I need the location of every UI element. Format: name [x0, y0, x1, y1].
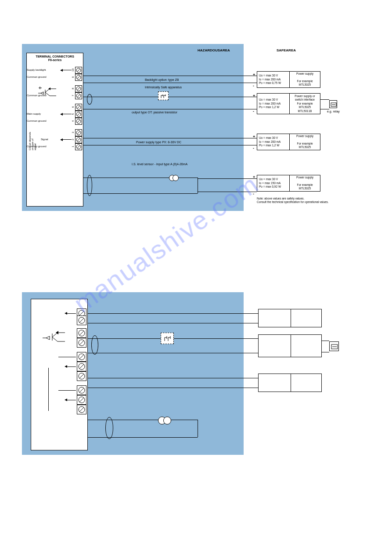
svg-line-23	[77, 138, 80, 141]
pin-9: 9	[72, 76, 74, 78]
pin-7: 7	[72, 95, 74, 96]
svg-line-45	[79, 374, 84, 378]
svg-line-11	[77, 87, 80, 90]
pin-2: 2	[72, 139, 74, 140]
sensor-symbol	[163, 417, 171, 424]
wire	[88, 420, 198, 420]
wire	[198, 420, 198, 437]
screw-terminal	[77, 352, 86, 362]
wire	[83, 97, 257, 97]
svg-line-25	[77, 145, 80, 148]
lbl-supply-backlight: Supply backlight	[27, 69, 46, 71]
screw-terminal	[77, 316, 86, 325]
wire	[198, 178, 198, 193]
svg-line-47	[79, 388, 84, 392]
cable-shield-icon	[87, 175, 92, 196]
screw-terminal	[75, 104, 82, 111]
txt-sensor: I.S. level sensor - input type A (0)4-20…	[132, 163, 187, 166]
wire	[88, 437, 198, 438]
svg-line-43	[79, 364, 84, 369]
wire	[320, 109, 329, 109]
screw-terminal	[75, 111, 82, 118]
terminal-box: TERMINAL CONNECTORS F0-series Supply bac…	[26, 53, 83, 207]
svg-line-19	[77, 120, 80, 123]
screw-terminal	[77, 385, 86, 395]
wire	[83, 83, 257, 83]
wire	[83, 145, 257, 145]
diagram-top: HAZARDOUSAREA SAFEAREA TERMINAL CONNECTO…	[22, 44, 360, 222]
polarity-plus: +	[253, 94, 255, 98]
svg-line-31	[79, 318, 84, 323]
safe-box-2: Uo = max 30 V Io = max 200 mA Po = max 1…	[257, 93, 320, 114]
pin-5: 5	[72, 113, 74, 115]
is-apparatus-symbol	[158, 91, 169, 100]
pin-8: 8	[72, 88, 74, 89]
safe-box-blank	[258, 374, 322, 392]
wire	[83, 178, 198, 178]
note-text: Note: above values are safety values. Co…	[257, 197, 329, 204]
screw-terminal	[75, 136, 82, 143]
pin-4: 4	[72, 120, 74, 122]
relay-symbol	[329, 341, 339, 351]
polarity-minus: -	[253, 83, 254, 88]
screw-terminal	[75, 74, 82, 81]
svg-line-13	[77, 94, 80, 97]
screw-terminal	[77, 405, 86, 414]
wire	[88, 323, 258, 323]
svg-line-37	[79, 331, 84, 335]
svg-line-1	[77, 69, 80, 72]
pin-10: 10	[72, 69, 74, 72]
wire	[88, 378, 258, 378]
hazardous-heading: HAZARDOUSAREA	[198, 48, 230, 52]
wire	[48, 368, 49, 411]
cable-shield-icon	[91, 335, 98, 355]
svg-line-29	[79, 311, 84, 316]
cable-shield-icon	[105, 417, 113, 439]
screw-terminal	[75, 143, 82, 150]
wire	[198, 192, 257, 192]
wire	[322, 352, 329, 352]
wire	[322, 341, 329, 341]
polarity-minus: -	[253, 192, 254, 196]
wire	[88, 388, 258, 388]
svg-line-15	[77, 106, 80, 109]
screw-terminal	[75, 67, 82, 74]
svg-line-49	[79, 398, 84, 402]
wire	[88, 313, 258, 314]
txt-output: output type OT: passive transistor	[132, 111, 177, 114]
wire	[83, 76, 257, 76]
safe-box-1: Uo = max 30 V Io = max 200 mA Po = max 0…	[257, 71, 320, 88]
txt-backlight: Backlight option: type ZB	[145, 78, 179, 81]
wire	[83, 138, 257, 138]
sensor-symbol	[173, 175, 179, 181]
polarity-plus: +	[253, 175, 255, 179]
safe-box-4: Uo = max 30 V Io = max 150 mA Po = max 0…	[257, 175, 320, 192]
txt-relay: e.g. relay	[327, 110, 340, 113]
screw-terminal	[75, 92, 82, 99]
wire	[83, 109, 257, 109]
screw-terminal	[75, 85, 82, 92]
relay-symbol	[329, 100, 337, 108]
wire	[320, 99, 329, 100]
terminal-box-blank	[31, 299, 88, 450]
terminal-title: TERMINAL CONNECTORS F0-series	[28, 55, 82, 62]
lbl-common-ground: Common ground	[27, 145, 47, 148]
pin-1: 1	[72, 146, 74, 147]
svg-line-17	[77, 113, 80, 116]
svg-line-21	[77, 131, 80, 134]
lbl-main-supply: Main supply	[27, 112, 41, 115]
cable-shield-icon	[87, 94, 92, 105]
pin-3: 3	[72, 132, 74, 133]
svg-line-41	[79, 355, 84, 359]
screw-terminal	[77, 338, 86, 348]
screw-terminal	[77, 362, 86, 371]
wire	[198, 178, 257, 179]
pin-6: 6	[72, 106, 74, 108]
lbl-common-ground: Common ground	[27, 120, 47, 122]
txt-power: Power supply type PX: 8-30V DC	[136, 141, 181, 144]
polarity-minus: -	[253, 146, 254, 150]
svg-line-3	[77, 76, 80, 79]
polarity-plus: +	[253, 73, 255, 77]
svg-line-39	[79, 341, 84, 345]
polarity-plus: +	[253, 134, 255, 139]
